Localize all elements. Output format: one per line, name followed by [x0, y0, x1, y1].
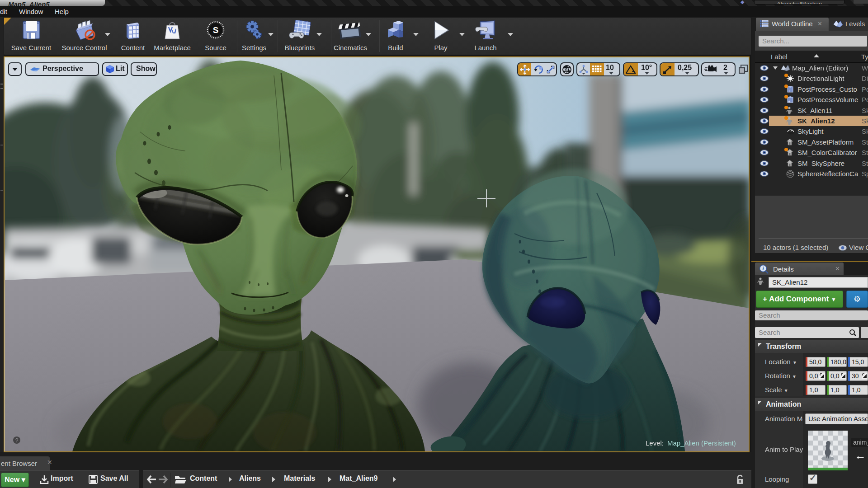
svg-text:Map_Alien (Persistent): Map_Alien (Persistent)	[667, 439, 736, 447]
svg-text:?: ?	[15, 437, 19, 444]
svg-text:+: +	[788, 99, 790, 104]
svg-text:Level:: Level:	[646, 439, 664, 447]
svg-text:S: S	[213, 25, 219, 35]
svg-text:+: +	[788, 89, 790, 94]
